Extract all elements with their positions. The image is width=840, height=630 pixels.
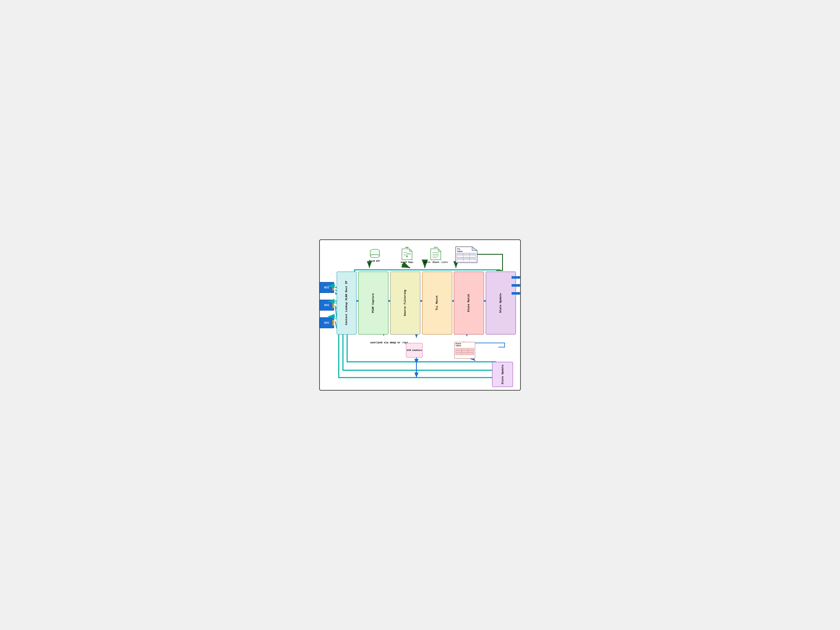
nic-2: NIC: [319, 300, 334, 311]
nic-3: NIC: [319, 317, 334, 328]
state-table-grid: [455, 348, 474, 355]
geoip-label: GeoIP Maps: [401, 261, 413, 264]
whitelist-resource: list White- Black- Lists: [424, 246, 448, 264]
state-table-cell: [455, 353, 461, 355]
context-lookup-label: Context Lookup VLAN Dest IP: [345, 281, 348, 325]
svg-rect-53: [457, 259, 475, 261]
svg-rect-50: [457, 253, 475, 255]
state-table-cell: [462, 351, 468, 352]
state-update-bottom-box: State Update: [492, 362, 513, 387]
ttl-doc-icon: TTL Table: [455, 246, 478, 263]
svg-text:Table: Table: [457, 251, 463, 253]
source-filtering-box: Source filtering: [390, 272, 420, 335]
state-table-cell: [455, 348, 461, 350]
state-table-cell: [468, 351, 474, 352]
context-lookup-box: Context Lookup VLAN Dest IP: [336, 272, 357, 335]
state-table-cell: [468, 353, 474, 355]
state-match-label: State Match: [467, 294, 471, 312]
userland-text: userland via mmap or /sys: [370, 341, 408, 344]
svg-line-10: [335, 306, 336, 318]
state-table-lower-title: StateTable: [455, 342, 475, 347]
whitelist-doc-icon: [430, 248, 441, 260]
nic-area: NIC NIC NIC: [319, 282, 334, 328]
state-table-cell: [455, 351, 461, 352]
state-update-label: State Update: [499, 293, 503, 313]
output-arrow-1: [512, 276, 519, 279]
svg-marker-47: [472, 247, 477, 251]
state-match-box: State Match: [454, 272, 484, 335]
svg-rect-51: [457, 255, 475, 257]
source-filtering-label: Source filtering: [403, 290, 407, 316]
svg-rect-52: [457, 257, 475, 259]
tll-match-label: TLL Match: [435, 296, 439, 310]
svg-marker-41: [438, 249, 441, 251]
pipeline-area: Context Lookup VLAN Dest IP PCAP Capture…: [336, 272, 516, 335]
state-table-cell: [468, 348, 474, 350]
state-table-cell: [462, 353, 468, 355]
svg-point-34: [370, 254, 379, 258]
output-arrow-2: [512, 284, 519, 287]
diagram-area: VLAN DIP map GeoIP Maps list: [336, 244, 516, 386]
vlan-dip-label: VLAN DIP: [369, 260, 381, 262]
pcap-capture-label: PCAP Capture: [371, 293, 375, 313]
state-table-cell: [462, 348, 468, 350]
output-arrows: [512, 276, 519, 295]
svg-text:TTL: TTL: [457, 248, 460, 250]
whitelist-label: White- Black- Lists: [424, 261, 448, 264]
pcap-capture-box: PCAP Capture: [358, 272, 388, 335]
state-table-lower-box: StateTable: [454, 342, 475, 359]
nic-1: NIC: [319, 282, 334, 293]
geoip-resource: map GeoIP Maps: [401, 246, 413, 264]
output-arrow-3: [512, 292, 519, 295]
svg-marker-37: [409, 249, 412, 251]
geoip-doc-icon: [401, 248, 412, 260]
svg-line-12: [335, 321, 336, 328]
database-icon: [369, 248, 381, 259]
main-diagram: NIC NIC NIC: [319, 239, 521, 391]
syn-cookies-box: SYN Cookies: [406, 343, 423, 358]
ttl-table-resource: TTL Table: [455, 246, 478, 264]
vlan-dip-resource: VLAN DIP: [369, 248, 381, 262]
tll-match-box: TLL Match: [422, 272, 452, 335]
